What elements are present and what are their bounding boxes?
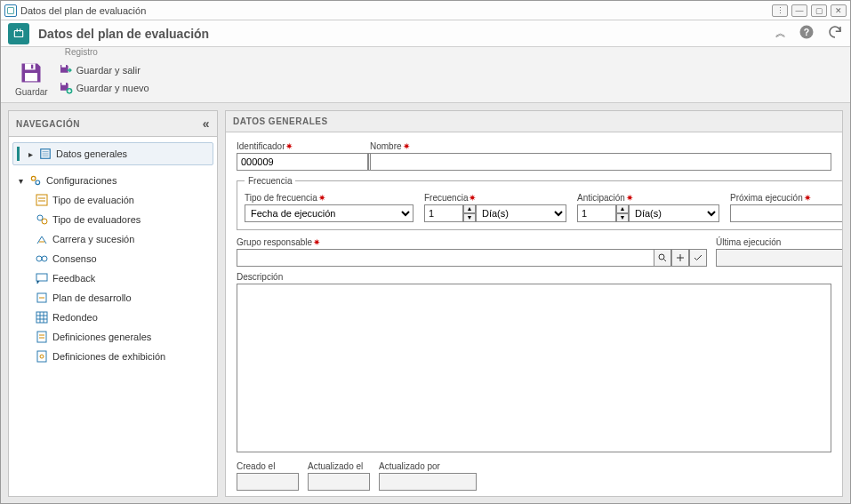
descripcion-label: Descripción [237,272,831,282]
frecuencia-input[interactable] [424,204,463,222]
ribbon-group-title: Registro [12,47,151,57]
actualizado-label: Actualizado el [308,461,370,471]
module-header: Datos del plan de evaluación ︽ ? [1,20,850,47]
grupo-input[interactable] [237,249,654,267]
nav-carrera-sucesion[interactable]: Carrera y sucesión [12,229,213,249]
required-icon: ✷ [626,193,633,203]
svg-rect-3 [25,64,36,70]
nav-configuraciones[interactable]: ▾ Configuraciones [12,171,213,190]
main-panel: DATOS GENERALES Identificador✷ ❯ Nombre✷ [225,110,843,497]
feedback-icon [36,272,48,284]
frecuencia-fieldset: Frecuencia Tipo de frecuencia✷ Fecha de … [237,176,842,230]
maximize-button[interactable]: ▢ [811,4,827,17]
nombre-input[interactable] [370,153,831,171]
svg-rect-20 [37,332,46,342]
svg-rect-21 [37,351,46,362]
collapse-icon[interactable]: « [203,116,210,131]
svg-point-24 [659,254,664,260]
nav-tipo-evaluacion[interactable]: Tipo de evaluación [12,190,213,210]
add-button[interactable] [671,249,689,267]
nav-label: Plan de desarrollo [52,292,132,303]
svg-rect-19 [36,312,47,323]
svg-rect-5 [31,65,33,69]
svg-rect-12 [36,195,47,205]
nav-redondeo[interactable]: Redondeo [12,308,213,327]
evaluators-icon [36,213,48,226]
nav-label: Configuraciones [46,175,117,186]
nav-plan-desarrollo[interactable]: Plan de desarrollo [12,288,213,308]
svg-rect-4 [25,73,37,81]
nav-def-exhibicion[interactable]: Definiciones de exhibición [12,347,213,366]
save-new-label: Guardar y nuevo [76,83,149,93]
tipo-frecuencia-select[interactable]: Fecha de ejecución [245,204,413,222]
caret-icon: ▸ [26,149,35,159]
actualizado-input [308,473,370,491]
svg-rect-7 [61,83,66,85]
title-bar: Datos del plan de evaluación ⋮ — ▢ ✕ [1,1,850,20]
kebab-icon[interactable]: ⋮ [772,4,788,17]
main-header: DATOS GENERALES [226,111,842,132]
collapse-up-icon[interactable]: ︽ [775,26,786,41]
nav-datos-generales[interactable]: ▸ Datos generales [12,142,213,165]
active-bar [17,147,20,161]
save-new-button[interactable]: Guardar y nuevo [57,80,151,96]
svg-point-14 [42,219,47,224]
minimize-button[interactable]: — [791,4,807,17]
save-button[interactable]: Guardar [12,59,52,99]
tipo-frecuencia-label: Tipo de frecuencia [245,193,317,203]
rounding-icon [36,311,48,324]
required-icon: ✷ [313,237,320,247]
def-general-icon [36,331,48,343]
nav-label: Redondeo [52,312,98,323]
descripcion-textarea[interactable] [237,284,831,452]
svg-point-10 [31,176,36,180]
plan-icon [36,292,48,304]
search-button[interactable] [654,249,671,267]
proxima-label: Próxima ejecución [730,193,803,203]
spin-up-button[interactable]: ▲ [463,204,476,213]
gears-icon [29,174,42,187]
window-title: Datos del plan de evaluación [20,5,146,16]
actualizado-por-label: Actualizado por [379,461,477,471]
save-exit-label: Guardar y salir [76,65,140,76]
eval-type-icon [36,194,48,206]
identificador-input[interactable] [237,153,368,171]
nav-label: Datos generales [56,148,127,159]
proxima-input[interactable] [730,204,842,222]
svg-rect-6 [61,65,66,68]
ribbon: Registro Guardar Guardar y salir Guardar… [1,47,850,103]
nav-label: Carrera y sucesión [52,234,134,244]
spin-up-button[interactable]: ▲ [616,204,629,213]
svg-rect-0 [14,30,22,36]
navigation-header: NAVEGACIÓN « [9,111,217,137]
nav-def-generales[interactable]: Definiciones generales [12,327,213,347]
ultima-label: Última ejecución [716,237,831,247]
frecuencia-legend: Frecuencia [245,176,295,186]
anticipacion-label: Anticipación [577,193,625,203]
frecuencia-unit-select[interactable]: Día(s) [476,204,566,222]
identificador-label: Identificador [237,141,285,151]
clear-button[interactable] [689,249,707,267]
spin-down-button[interactable]: ▼ [616,213,629,222]
nav-feedback[interactable]: Feedback [12,268,213,288]
spin-down-button[interactable]: ▼ [463,213,476,222]
save-exit-button[interactable]: Guardar y salir [57,62,151,78]
refresh-icon[interactable] [827,24,843,44]
nav-consenso[interactable]: Consenso [12,249,213,268]
main-title: DATOS GENERALES [233,116,328,126]
nav-label: Tipo de evaluadores [52,214,140,225]
grupo-label: Grupo responsable [237,237,312,247]
nav-label: Definiciones generales [52,332,151,342]
help-icon[interactable]: ? [799,24,815,44]
svg-point-22 [40,355,44,358]
anticipacion-unit-select[interactable]: Día(s) [629,204,719,222]
anticipacion-input[interactable] [577,204,616,222]
creado-label: Creado el [237,461,299,471]
consensus-icon [36,252,48,265]
ultima-input [716,249,842,267]
close-button[interactable]: ✕ [831,4,847,17]
nav-tipo-evaluadores[interactable]: Tipo de evaluadores [12,210,213,229]
svg-rect-17 [36,274,47,281]
career-icon [36,233,48,245]
svg-point-15 [36,256,42,261]
